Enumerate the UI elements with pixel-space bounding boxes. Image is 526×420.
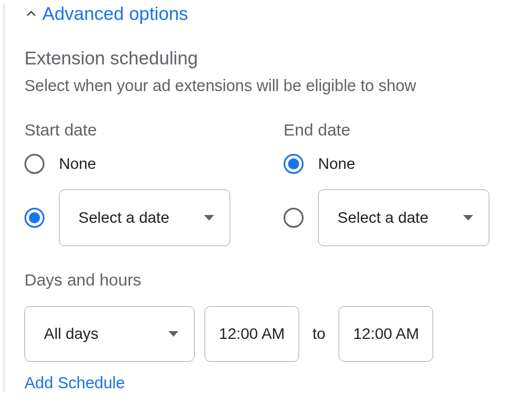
end-date-select-dropdown[interactable]: Select a date (318, 189, 489, 246)
end-date-column: End date None Select a date (284, 121, 526, 246)
caret-down-icon (168, 331, 178, 337)
end-date-label: End date (284, 121, 526, 139)
caret-down-icon (463, 215, 473, 221)
end-date-none-radio[interactable] (284, 154, 304, 174)
time-end-input[interactable]: 12:00 AM (339, 306, 433, 362)
time-start-value: 12:00 AM (219, 325, 285, 343)
end-date-select-radio[interactable] (284, 208, 304, 228)
start-date-none-label: None (59, 155, 96, 173)
time-end-value: 12:00 AM (353, 325, 419, 343)
days-select-dropdown[interactable]: All days (24, 306, 195, 362)
start-date-none-radio[interactable] (24, 154, 44, 174)
chevron-up-icon (24, 7, 38, 21)
end-date-none-label: None (318, 155, 355, 173)
time-start-input[interactable]: 12:00 AM (205, 306, 299, 362)
days-select-value: All days (44, 325, 98, 343)
start-date-select-text: Select a date (78, 209, 169, 227)
caret-down-icon (204, 215, 214, 221)
start-date-select-radio[interactable] (24, 208, 44, 228)
days-and-hours-label: Days and hours (24, 271, 526, 289)
start-date-label: Start date (24, 121, 267, 139)
extension-scheduling-description: Select when your ad extensions will be e… (24, 77, 526, 95)
advanced-options-label: Advanced options (42, 3, 188, 24)
end-date-select-text: Select a date (338, 209, 428, 227)
add-schedule-link[interactable]: Add Schedule (24, 374, 526, 392)
advanced-options-toggle[interactable]: Advanced options (24, 3, 526, 24)
to-label: to (312, 325, 325, 343)
extension-scheduling-title: Extension scheduling (24, 48, 526, 69)
start-date-column: Start date None Select a date (24, 121, 267, 246)
start-date-select-dropdown[interactable]: Select a date (59, 189, 230, 246)
